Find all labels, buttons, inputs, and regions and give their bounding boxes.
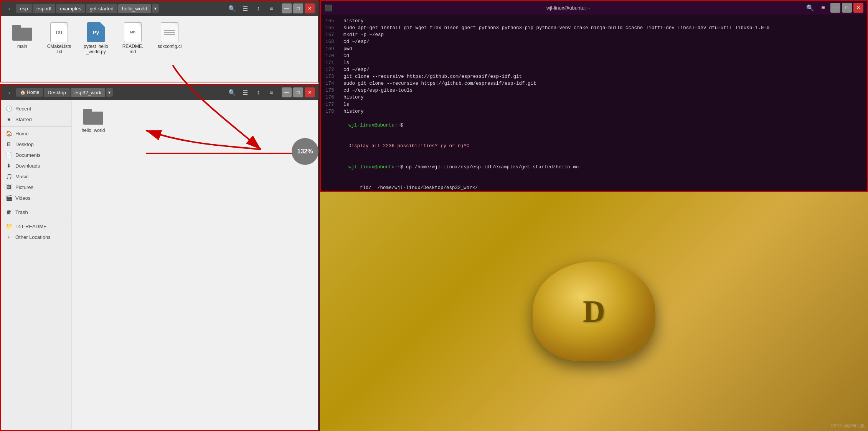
sidebar-label-home: Home (15, 131, 29, 137)
view-list-btn[interactable]: ☰ (239, 3, 251, 14)
txt-icon-readme: MD (123, 22, 143, 42)
sidebar-label-trash: Trash (15, 209, 28, 215)
close-btn-top[interactable]: ✕ (305, 3, 315, 13)
search-button-top[interactable]: 🔍 (226, 3, 238, 14)
breadcrumb-bar-top: esp esp-idf examples get-started hello_w… (16, 4, 225, 13)
trash-icon: 🗑 (5, 209, 12, 215)
sidebar-item-music[interactable]: 🎵 Music (1, 171, 71, 182)
sidebar-bottom: 🕐 Recent ★ Starred 🏠 Home 🖥 Desktop (1, 100, 72, 430)
terminal-line-171: 171 ls (325, 59, 863, 66)
sidebar-label-music: Music (15, 174, 28, 179)
breadcrumb-home-icon[interactable]: 🏠 Home (16, 88, 43, 97)
sidebar-item-recent[interactable]: 🕐 Recent (1, 103, 71, 114)
breadcrumb-desktop[interactable]: Desktop (44, 88, 70, 97)
file-item-main[interactable]: main (7, 22, 38, 55)
file-name-hello-world: hello_world (82, 128, 105, 133)
terminal-maximize-btn[interactable]: □ (842, 3, 852, 13)
sidebar-label-starred: Starred (15, 117, 32, 122)
terminal-minimize-btn[interactable]: — (830, 3, 840, 13)
terminal-line-175: 175 cd ~/esp/esp-gitee-tools (325, 87, 863, 94)
sort-btn-bottom[interactable]: ↕ (252, 87, 264, 98)
home-icon: 🏠 (5, 130, 12, 137)
nav-back-btn-bottom[interactable]: ‹ (4, 87, 15, 98)
file-name-sdkconfig: sdkconfig.ci (158, 44, 182, 49)
starred-icon: ★ (5, 116, 12, 122)
folder-icon-hello-world (83, 106, 103, 126)
terminal-line-167: 167 mkdir -p ~/esp (325, 31, 863, 38)
sidebar-item-l4t[interactable]: 📁 L4T-README (1, 221, 71, 232)
breadcrumb-hello-world[interactable]: hello_world (118, 4, 151, 13)
sidebar-item-starred[interactable]: ★ Starred (1, 114, 71, 125)
breadcrumb-esp[interactable]: esp (16, 4, 32, 13)
file-item-cmake[interactable]: TXT CMakeLists.txt (44, 22, 74, 55)
svg-rect-5 (12, 25, 21, 29)
sidebar-item-videos[interactable]: 🎬 Videos (1, 192, 71, 203)
svg-rect-4 (12, 28, 32, 41)
terminal-line-178: 178 history (325, 108, 863, 115)
terminal-close-btn[interactable]: ✕ (853, 3, 863, 13)
sidebar-item-downloads[interactable]: ⬇ Downloads (1, 160, 71, 171)
watermark: CSDN @好奇北狐 (831, 423, 865, 429)
breadcrumb-bar-bottom: 🏠 Home Desktop esp32_work ▾ (16, 88, 225, 97)
sidebar-item-pictures[interactable]: 🖼 Pictures (1, 182, 71, 192)
terminal-menu-btn[interactable]: ≡ (817, 2, 829, 13)
sidebar-label-desktop: Desktop (15, 141, 34, 147)
sidebar-label-downloads: Downloads (15, 163, 40, 169)
breadcrumb-esp-idf[interactable]: esp-idf (33, 4, 55, 13)
terminal-controls: 🔍 ≡ — □ ✕ (804, 2, 863, 13)
terminal-body[interactable]: 165 history 166 sudo apt-get install git… (321, 15, 867, 191)
terminal-line-170: 170 cd (325, 53, 863, 59)
sidebar-item-other-locations[interactable]: + Other Locations (1, 232, 71, 242)
file-item-sdkconfig[interactable]: sdkconfig.ci (154, 22, 185, 55)
breadcrumb-esp32-work[interactable]: esp32_work (71, 88, 105, 97)
l4t-icon: 📁 (5, 223, 12, 229)
terminal-line-177: 177 ls (325, 101, 863, 108)
terminal-line-172: 172 cd ~/esp/ (325, 66, 863, 73)
terminal-icon: ⬛ (325, 4, 332, 12)
terminal-search-btn[interactable]: 🔍 (804, 2, 816, 13)
txt-icon-cmake: TXT (49, 22, 69, 42)
breadcrumb-dropdown[interactable]: ▾ (152, 4, 159, 13)
right-panel: ⬛ wjl-linux@ubuntu: ~ 🔍 ≡ — □ ✕ 165 hist… (320, 0, 868, 431)
search-button-bottom[interactable]: 🔍 (226, 87, 238, 98)
breadcrumb-examples[interactable]: examples (56, 4, 85, 13)
terminal-cp-line-1b: rld/ /home/wjl-linux/Desktop/esp32_work/ (325, 178, 863, 191)
fm-bottom-content: 🕐 Recent ★ Starred 🏠 Home 🖥 Desktop (1, 100, 318, 430)
breadcrumb-dropdown-bottom[interactable]: ▾ (106, 88, 113, 97)
terminal-display-all-line: Display all 2236 possibilities? (y or n)… (325, 136, 863, 156)
nav-back-btn[interactable]: ‹ (4, 3, 15, 14)
file-item-pytest[interactable]: Py pytest_hello_world.py (81, 22, 111, 55)
fm-top-titlebar: ‹ esp esp-idf examples get-started hello… (1, 1, 318, 16)
zoom-badge: 132% (292, 138, 318, 165)
file-item-readme[interactable]: MD README.md (117, 22, 148, 55)
file-name-cmake: CMakeLists.txt (47, 44, 71, 55)
desktop-icon: 🖥 (5, 141, 12, 147)
menu-btn-bottom[interactable]: ≡ (266, 87, 277, 98)
file-manager-top: ‹ esp esp-idf examples get-started hello… (0, 0, 318, 82)
terminal-line-169: 169 pwd (325, 46, 863, 53)
sidebar-item-documents[interactable]: 📄 Documents (1, 150, 71, 160)
window-controls-top: — □ ✕ (282, 3, 315, 13)
file-area-bottom: hello_world (72, 100, 318, 430)
terminal-title: wjl-linux@ubuntu: ~ (546, 5, 590, 11)
file-item-hello-world[interactable]: hello_world (78, 106, 109, 133)
file-name-main: main (17, 44, 27, 49)
breadcrumb-get-started[interactable]: get-started (86, 4, 117, 13)
terminal-line-174: 174 sudo git clone --recursive https://g… (325, 80, 863, 87)
minimize-btn-bottom[interactable]: — (282, 87, 292, 97)
sort-btn[interactable]: ↕ (252, 3, 264, 14)
fm-bottom-titlebar: ‹ 🏠 Home Desktop esp32_work ▾ 🔍 ☰ ↕ ≡ — … (1, 85, 318, 100)
bottom-image (320, 192, 868, 431)
close-btn-bottom[interactable]: ✕ (305, 87, 315, 97)
terminal-cp-line-1: wjl-linux@ubuntu:~$ cp /home/wjl-linux/e… (325, 157, 863, 178)
maximize-btn-bottom[interactable]: □ (293, 87, 303, 97)
minimize-btn-top[interactable]: — (282, 3, 292, 13)
sidebar-item-home[interactable]: 🏠 Home (1, 128, 71, 139)
py-icon-pytest: Py (86, 22, 106, 42)
maximize-btn-top[interactable]: □ (293, 3, 303, 13)
sidebar-item-trash[interactable]: 🗑 Trash (1, 207, 71, 217)
terminal-line-166: 166 sudo apt-get install git wget flex b… (325, 25, 863, 31)
sidebar-item-desktop[interactable]: 🖥 Desktop (1, 139, 71, 150)
view-list-btn-bottom[interactable]: ☰ (239, 87, 251, 98)
menu-btn-top[interactable]: ≡ (266, 3, 277, 14)
